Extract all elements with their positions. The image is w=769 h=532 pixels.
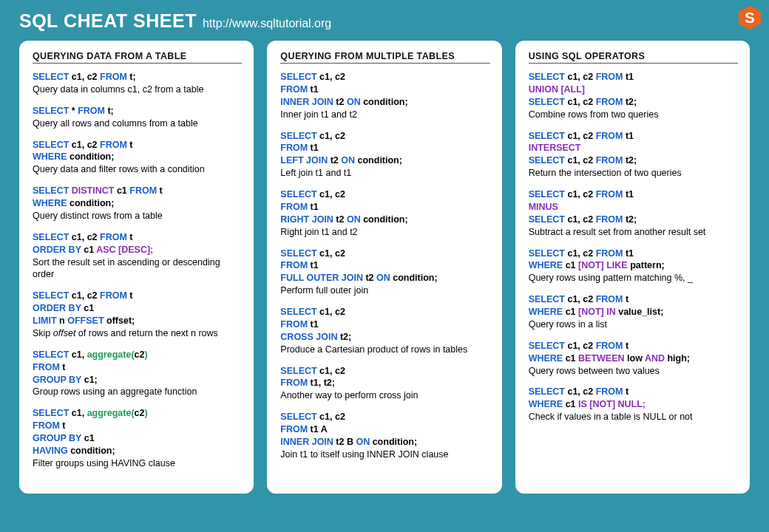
sql-block: SELECT c1, c2FROM t1, t2;Another way to … bbox=[280, 365, 489, 403]
column-2: QUERYING FROM MULTIPLE TABLES SELECT c1,… bbox=[267, 41, 501, 494]
sql-code: SELECT c1, aggregate(c2)FROM tGROUP BY c… bbox=[33, 407, 242, 457]
sql-code: SELECT c1, c2FROM t1LEFT JOIN t2 ON cond… bbox=[280, 130, 489, 168]
sql-description: Subtract a result set from another resul… bbox=[529, 226, 738, 239]
sql-description: Query data and filter rows with a condit… bbox=[33, 163, 242, 176]
sql-description: Skip offset of rows and return the next … bbox=[33, 327, 242, 340]
column-title: USING SQL OPERATORS bbox=[529, 51, 738, 64]
sql-block: SELECT c1, c2 FROM tWHERE condition;Quer… bbox=[33, 139, 242, 177]
page-title: SQL CHEAT SHEET bbox=[19, 10, 197, 32]
sql-description: Filter groups using HAVING clause bbox=[33, 457, 242, 470]
sql-block: SELECT c1, aggregate(c2)FROM tGROUP BY c… bbox=[33, 407, 242, 469]
sql-code: SELECT c1, c2 FROM tWHERE condition; bbox=[33, 139, 242, 164]
sql-code: SELECT c1, c2 FROM t1WHERE c1 [NOT] LIKE… bbox=[529, 248, 738, 273]
site-logo-icon: S bbox=[736, 4, 763, 31]
sql-block: SELECT c1, c2 FROM tWHERE c1 IS [NOT] NU… bbox=[529, 386, 738, 423]
sql-code: SELECT * FROM t; bbox=[33, 105, 242, 117]
sql-code: SELECT c1, c2 FROM tWHERE c1 [NOT] IN va… bbox=[529, 293, 738, 318]
sql-description: Query rows between two values bbox=[529, 365, 738, 378]
sql-block: SELECT c1, aggregate(c2)FROM tGROUP BY c… bbox=[33, 349, 242, 399]
sql-description: Check if values in a table is NULL or no… bbox=[529, 411, 738, 423]
sql-block: SELECT * FROM t;Query all rows and colum… bbox=[33, 105, 242, 130]
sql-block: SELECT c1, c2 FROM t1MINUSSELECT c1, c2 … bbox=[529, 188, 738, 239]
sql-block: SELECT c1, c2FROM t1FULL OUTER JOIN t2 O… bbox=[280, 248, 489, 298]
sql-description: Query data in columns c1, c2 from a tabl… bbox=[33, 83, 242, 96]
sql-code: SELECT DISTINCT c1 FROM tWHERE condition… bbox=[33, 185, 242, 210]
page-url: http://www.sqltutorial.org bbox=[203, 17, 331, 30]
sql-block: SELECT c1, c2 FROM t;Query data in colum… bbox=[33, 71, 242, 96]
column-body: SELECT c1, c2 FROM t1UNION [ALL]SELECT c… bbox=[529, 71, 738, 423]
sql-block: SELECT c1, c2 FROM tORDER BY c1 ASC [DES… bbox=[33, 231, 242, 282]
page-header: SQL CHEAT SHEET http://www.sqltutorial.o… bbox=[19, 10, 750, 32]
sql-code: SELECT c1, c2FROM t1FULL OUTER JOIN t2 O… bbox=[280, 248, 489, 285]
sql-description: Sort the result set in ascending or desc… bbox=[33, 256, 242, 282]
sql-code: SELECT c1, c2FROM t1, t2; bbox=[280, 365, 489, 390]
sql-code: SELECT c1, c2 FROM tORDER BY c1 ASC [DES… bbox=[33, 231, 242, 256]
column-body: SELECT c1, c2FROM t1INNER JOIN t2 ON con… bbox=[280, 71, 489, 461]
column-3: USING SQL OPERATORS SELECT c1, c2 FROM t… bbox=[515, 41, 750, 494]
sql-block: SELECT c1, c2 FROM t1UNION [ALL]SELECT c… bbox=[529, 71, 738, 121]
sql-code: SELECT c1, c2FROM t1RIGHT JOIN t2 ON con… bbox=[280, 188, 489, 226]
column-title: QUERYING FROM MULTIPLE TABLES bbox=[280, 51, 489, 64]
sql-code: SELECT c1, c2 FROM tWHERE c1 BETWEEN low… bbox=[529, 340, 738, 365]
sql-block: SELECT c1, c2FROM t1LEFT JOIN t2 ON cond… bbox=[280, 130, 489, 180]
sql-block: SELECT c1, c2FROM t1INNER JOIN t2 ON con… bbox=[280, 71, 489, 121]
sql-block: SELECT c1, c2 FROM tWHERE c1 BETWEEN low… bbox=[529, 340, 738, 378]
sql-block: SELECT c1, c2FROM t1 AINNER JOIN t2 B ON… bbox=[280, 411, 489, 461]
sql-block: SELECT c1, c2FROM t1CROSS JOIN t2;Produc… bbox=[280, 306, 489, 356]
sql-block: SELECT c1, c2 FROM tWHERE c1 [NOT] IN va… bbox=[529, 293, 738, 331]
sql-code: SELECT c1, c2 FROM t1UNION [ALL]SELECT c… bbox=[529, 71, 738, 109]
sql-code: SELECT c1, c2FROM t1 AINNER JOIN t2 B ON… bbox=[280, 411, 489, 449]
sql-description: Query distinct rows from a table bbox=[33, 210, 242, 222]
sql-code: SELECT c1, c2 FROM tORDER BY c1LIMIT n O… bbox=[33, 290, 242, 327]
sql-description: Produce a Cartesian product of rows in t… bbox=[280, 344, 489, 356]
sql-block: SELECT DISTINCT c1 FROM tWHERE condition… bbox=[33, 185, 242, 222]
sql-code: SELECT c1, c2 FROM tWHERE c1 IS [NOT] NU… bbox=[529, 386, 738, 411]
sql-description: Query rows using pattern matching %, _ bbox=[529, 272, 738, 284]
sql-block: SELECT c1, c2 FROM tORDER BY c1LIMIT n O… bbox=[33, 290, 242, 340]
sql-code: SELECT c1, c2FROM t1CROSS JOIN t2; bbox=[280, 306, 489, 344]
sql-block: SELECT c1, c2 FROM t1WHERE c1 [NOT] LIKE… bbox=[529, 248, 738, 285]
sql-code: SELECT c1, c2 FROM t1MINUSSELECT c1, c2 … bbox=[529, 188, 738, 226]
columns-container: QUERYING DATA FROM A TABLE SELECT c1, c2… bbox=[19, 41, 750, 494]
sql-code: SELECT c1, c2 FROM t; bbox=[33, 71, 242, 83]
sql-description: Join t1 to itself using INNER JOIN claus… bbox=[280, 449, 489, 461]
sql-code: SELECT c1, c2FROM t1INNER JOIN t2 ON con… bbox=[280, 71, 489, 109]
column-body: SELECT c1, c2 FROM t;Query data in colum… bbox=[33, 71, 242, 470]
sql-description: Combine rows from two queries bbox=[529, 109, 738, 121]
sql-description: Return the intersection of two queries bbox=[529, 167, 738, 180]
sql-description: Query rows in a list bbox=[529, 318, 738, 331]
sql-description: Query all rows and columns from a table bbox=[33, 117, 242, 130]
sql-description: Inner join t1 and t2 bbox=[280, 109, 489, 121]
sql-description: Another way to perform cross join bbox=[280, 389, 489, 402]
column-1: QUERYING DATA FROM A TABLE SELECT c1, c2… bbox=[19, 41, 254, 494]
sql-block: SELECT c1, c2 FROM t1INTERSECTSELECT c1,… bbox=[529, 130, 738, 180]
sql-description: Perform full outer join bbox=[280, 284, 489, 297]
sql-description: Group rows using an aggregate function bbox=[33, 386, 242, 398]
sql-code: SELECT c1, aggregate(c2)FROM tGROUP BY c… bbox=[33, 349, 242, 386]
sql-block: SELECT c1, c2FROM t1RIGHT JOIN t2 ON con… bbox=[280, 188, 489, 239]
svg-text:S: S bbox=[745, 10, 754, 26]
sql-description: Right join t1 and t2 bbox=[280, 226, 489, 239]
sql-description: Left join t1 and t1 bbox=[280, 167, 489, 180]
column-title: QUERYING DATA FROM A TABLE bbox=[33, 51, 242, 64]
sql-code: SELECT c1, c2 FROM t1INTERSECTSELECT c1,… bbox=[529, 130, 738, 168]
